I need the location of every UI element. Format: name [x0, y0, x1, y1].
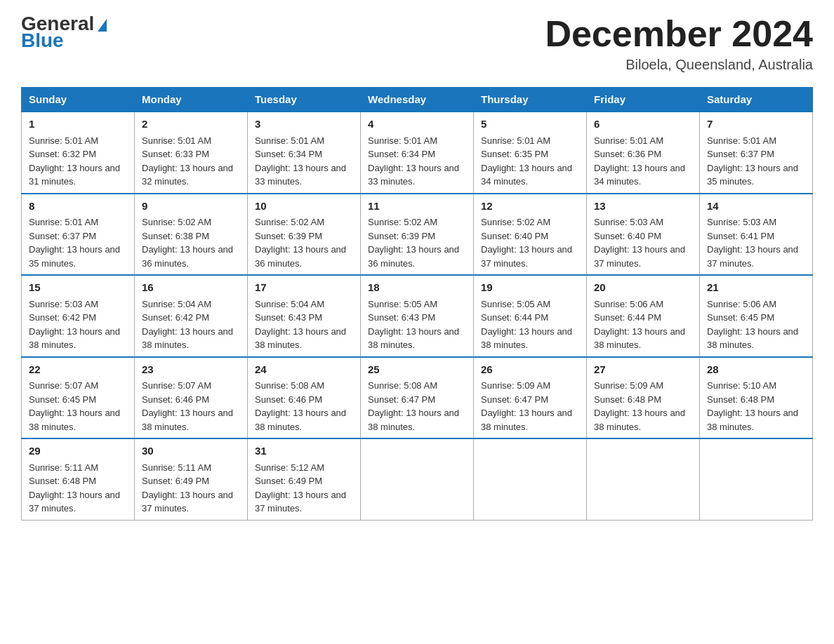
- week-row-4: 22 Sunrise: 5:07 AMSunset: 6:45 PMDaylig…: [22, 357, 813, 439]
- calendar-cell: 1 Sunrise: 5:01 AMSunset: 6:32 PMDayligh…: [22, 112, 135, 194]
- day-info: Sunrise: 5:01 AMSunset: 6:34 PMDaylight:…: [255, 135, 346, 187]
- day-info: Sunrise: 5:01 AMSunset: 6:36 PMDaylight:…: [594, 135, 685, 187]
- day-number: 30: [142, 443, 240, 459]
- day-info: Sunrise: 5:06 AMSunset: 6:44 PMDaylight:…: [594, 299, 685, 351]
- calendar-cell: 7 Sunrise: 5:01 AMSunset: 6:37 PMDayligh…: [700, 112, 813, 194]
- day-number: 8: [29, 199, 127, 215]
- title-area: December 2024 Biloela, Queensland, Austr…: [545, 14, 813, 73]
- day-number: 14: [707, 199, 805, 215]
- day-info: Sunrise: 5:05 AMSunset: 6:43 PMDaylight:…: [368, 299, 459, 351]
- day-info: Sunrise: 5:03 AMSunset: 6:41 PMDaylight:…: [707, 217, 798, 269]
- day-info: Sunrise: 5:04 AMSunset: 6:43 PMDaylight:…: [255, 299, 346, 351]
- col-header-wednesday: Wednesday: [361, 88, 474, 112]
- day-number: 2: [142, 116, 240, 133]
- day-number: 1: [29, 116, 127, 133]
- day-info: Sunrise: 5:07 AMSunset: 6:45 PMDaylight:…: [29, 380, 120, 432]
- calendar-cell: 12 Sunrise: 5:02 AMSunset: 6:40 PMDaylig…: [474, 194, 587, 276]
- day-info: Sunrise: 5:11 AMSunset: 6:48 PMDaylight:…: [29, 462, 120, 514]
- day-info: Sunrise: 5:08 AMSunset: 6:47 PMDaylight:…: [368, 380, 459, 432]
- day-number: 23: [142, 362, 240, 378]
- col-header-friday: Friday: [587, 88, 700, 112]
- day-info: Sunrise: 5:01 AMSunset: 6:37 PMDaylight:…: [707, 135, 798, 187]
- calendar-cell: 26 Sunrise: 5:09 AMSunset: 6:47 PMDaylig…: [474, 357, 587, 439]
- calendar-cell: 28 Sunrise: 5:10 AMSunset: 6:48 PMDaylig…: [700, 357, 813, 439]
- day-info: Sunrise: 5:01 AMSunset: 6:32 PMDaylight:…: [29, 135, 120, 187]
- calendar-cell: 30 Sunrise: 5:11 AMSunset: 6:49 PMDaylig…: [135, 438, 248, 520]
- day-number: 22: [29, 362, 127, 378]
- day-number: 7: [707, 116, 805, 133]
- day-info: Sunrise: 5:08 AMSunset: 6:46 PMDaylight:…: [255, 380, 346, 432]
- col-header-saturday: Saturday: [700, 88, 813, 112]
- day-info: Sunrise: 5:01 AMSunset: 6:35 PMDaylight:…: [481, 135, 572, 187]
- calendar-cell: 20 Sunrise: 5:06 AMSunset: 6:44 PMDaylig…: [587, 275, 700, 357]
- day-number: 25: [368, 362, 466, 378]
- day-number: 11: [368, 199, 466, 215]
- calendar-cell: 15 Sunrise: 5:03 AMSunset: 6:42 PMDaylig…: [22, 275, 135, 357]
- week-row-2: 8 Sunrise: 5:01 AMSunset: 6:37 PMDayligh…: [22, 194, 813, 276]
- calendar-header-row: SundayMondayTuesdayWednesdayThursdayFrid…: [22, 88, 813, 112]
- calendar-cell: [474, 438, 587, 520]
- day-number: 21: [707, 280, 805, 296]
- day-number: 29: [29, 443, 127, 459]
- calendar-cell: 22 Sunrise: 5:07 AMSunset: 6:45 PMDaylig…: [22, 357, 135, 439]
- col-header-sunday: Sunday: [22, 88, 135, 112]
- day-info: Sunrise: 5:03 AMSunset: 6:40 PMDaylight:…: [594, 217, 685, 269]
- day-number: 9: [142, 199, 240, 215]
- day-info: Sunrise: 5:01 AMSunset: 6:33 PMDaylight:…: [142, 135, 233, 187]
- day-info: Sunrise: 5:02 AMSunset: 6:38 PMDaylight:…: [142, 217, 233, 269]
- calendar-cell: 4 Sunrise: 5:01 AMSunset: 6:34 PMDayligh…: [361, 112, 474, 194]
- calendar-cell: 17 Sunrise: 5:04 AMSunset: 6:43 PMDaylig…: [248, 275, 361, 357]
- day-number: 27: [594, 362, 692, 378]
- day-number: 19: [481, 280, 579, 296]
- week-row-3: 15 Sunrise: 5:03 AMSunset: 6:42 PMDaylig…: [22, 275, 813, 357]
- day-info: Sunrise: 5:05 AMSunset: 6:44 PMDaylight:…: [481, 299, 572, 351]
- day-number: 26: [481, 362, 579, 378]
- calendar-cell: 24 Sunrise: 5:08 AMSunset: 6:46 PMDaylig…: [248, 357, 361, 439]
- calendar-cell: 13 Sunrise: 5:03 AMSunset: 6:40 PMDaylig…: [587, 194, 700, 276]
- day-number: 17: [255, 280, 353, 296]
- day-number: 16: [142, 280, 240, 296]
- col-header-monday: Monday: [135, 88, 248, 112]
- location-text: Biloela, Queensland, Australia: [545, 57, 813, 73]
- week-row-1: 1 Sunrise: 5:01 AMSunset: 6:32 PMDayligh…: [22, 112, 813, 194]
- day-number: 5: [481, 116, 579, 133]
- calendar-cell: 8 Sunrise: 5:01 AMSunset: 6:37 PMDayligh…: [22, 194, 135, 276]
- calendar-cell: 3 Sunrise: 5:01 AMSunset: 6:34 PMDayligh…: [248, 112, 361, 194]
- day-number: 6: [594, 116, 692, 133]
- col-header-thursday: Thursday: [474, 88, 587, 112]
- calendar-cell: 6 Sunrise: 5:01 AMSunset: 6:36 PMDayligh…: [587, 112, 700, 194]
- day-info: Sunrise: 5:12 AMSunset: 6:49 PMDaylight:…: [255, 462, 346, 514]
- calendar-cell: [587, 438, 700, 520]
- calendar-cell: 19 Sunrise: 5:05 AMSunset: 6:44 PMDaylig…: [474, 275, 587, 357]
- month-title: December 2024: [545, 14, 813, 54]
- calendar-table: SundayMondayTuesdayWednesdayThursdayFrid…: [21, 87, 813, 521]
- calendar-cell: 25 Sunrise: 5:08 AMSunset: 6:47 PMDaylig…: [361, 357, 474, 439]
- calendar-cell: 5 Sunrise: 5:01 AMSunset: 6:35 PMDayligh…: [474, 112, 587, 194]
- calendar-cell: 2 Sunrise: 5:01 AMSunset: 6:33 PMDayligh…: [135, 112, 248, 194]
- day-info: Sunrise: 5:02 AMSunset: 6:40 PMDaylight:…: [481, 217, 572, 269]
- day-number: 20: [594, 280, 692, 296]
- day-number: 15: [29, 280, 127, 296]
- day-info: Sunrise: 5:04 AMSunset: 6:42 PMDaylight:…: [142, 299, 233, 351]
- calendar-cell: 10 Sunrise: 5:02 AMSunset: 6:39 PMDaylig…: [248, 194, 361, 276]
- calendar-cell: 29 Sunrise: 5:11 AMSunset: 6:48 PMDaylig…: [22, 438, 135, 520]
- day-info: Sunrise: 5:02 AMSunset: 6:39 PMDaylight:…: [368, 217, 459, 269]
- day-info: Sunrise: 5:10 AMSunset: 6:48 PMDaylight:…: [707, 380, 798, 432]
- day-info: Sunrise: 5:02 AMSunset: 6:39 PMDaylight:…: [255, 217, 346, 269]
- page-header: General Blue December 2024 Biloela, Quee…: [21, 14, 813, 73]
- day-info: Sunrise: 5:03 AMSunset: 6:42 PMDaylight:…: [29, 299, 120, 351]
- calendar-cell: [700, 438, 813, 520]
- col-header-tuesday: Tuesday: [248, 88, 361, 112]
- day-info: Sunrise: 5:01 AMSunset: 6:34 PMDaylight:…: [368, 135, 459, 187]
- week-row-5: 29 Sunrise: 5:11 AMSunset: 6:48 PMDaylig…: [22, 438, 813, 520]
- day-number: 31: [255, 443, 353, 459]
- day-info: Sunrise: 5:09 AMSunset: 6:47 PMDaylight:…: [481, 380, 572, 432]
- calendar-cell: 18 Sunrise: 5:05 AMSunset: 6:43 PMDaylig…: [361, 275, 474, 357]
- calendar-cell: 11 Sunrise: 5:02 AMSunset: 6:39 PMDaylig…: [361, 194, 474, 276]
- logo: General Blue: [21, 14, 107, 52]
- calendar-cell: [361, 438, 474, 520]
- day-number: 28: [707, 362, 805, 378]
- logo-wrapper: General Blue: [21, 14, 107, 52]
- calendar-cell: 14 Sunrise: 5:03 AMSunset: 6:41 PMDaylig…: [700, 194, 813, 276]
- day-number: 18: [368, 280, 466, 296]
